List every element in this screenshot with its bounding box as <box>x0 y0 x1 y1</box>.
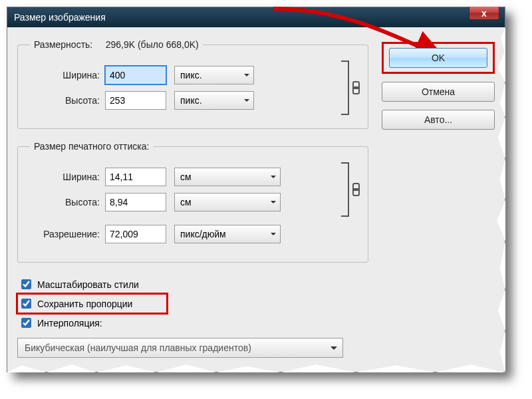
pixel-dimensions-group: Размерность: 296,9K (было 668,0K) Ширина… <box>17 39 368 129</box>
height-input[interactable] <box>105 91 166 110</box>
chevron-down-icon <box>244 74 249 79</box>
window-title: Размер изображения <box>14 12 106 23</box>
doc-width-input[interactable] <box>105 168 166 186</box>
resample-checkbox[interactable] <box>21 318 31 328</box>
ok-button-highlight: OK <box>382 42 495 74</box>
chevron-down-icon <box>331 346 337 353</box>
cancel-button[interactable]: Отмена <box>382 82 495 102</box>
scale-styles-option[interactable]: Масштабировать стили <box>17 275 368 294</box>
doc-height-label: Высота: <box>30 197 100 207</box>
resample-option[interactable]: Интерполяция: <box>17 313 368 332</box>
width-input[interactable] <box>105 66 166 84</box>
width-label: Ширина: <box>30 70 100 80</box>
height-label: Высота: <box>30 95 100 106</box>
chain-icon <box>350 82 360 94</box>
ok-button[interactable]: OK <box>389 48 487 68</box>
pixel-dimensions-legend: Размерность: 296,9K (было 668,0K) <box>30 39 203 50</box>
constrain-proportions-checkbox[interactable] <box>21 299 31 309</box>
doc-constrain-link-icon <box>338 161 356 218</box>
constrain-proportions-option[interactable]: Сохранить пропорции <box>17 294 167 313</box>
image-size-dialog: Размер изображения x Размерность: <box>7 7 505 372</box>
width-unit-select[interactable]: пикс. <box>174 66 254 84</box>
resolution-input[interactable] <box>105 225 166 243</box>
scale-styles-checkbox[interactable] <box>21 279 31 289</box>
document-size-group: Размер печатного оттиска: Ширина: см <box>17 141 368 263</box>
chevron-down-icon <box>271 233 276 238</box>
chevron-down-icon <box>271 176 276 181</box>
resolution-label: Разрешение: <box>30 229 100 239</box>
titlebar[interactable]: Размер изображения x <box>7 7 505 27</box>
height-unit-select[interactable]: пикс. <box>174 91 254 110</box>
auto-button[interactable]: Авто... <box>382 110 495 130</box>
doc-height-input[interactable] <box>105 193 166 211</box>
doc-width-unit-select[interactable]: см <box>174 168 281 186</box>
constrain-link-icon <box>338 59 356 116</box>
chevron-down-icon <box>271 201 276 206</box>
doc-width-label: Ширина: <box>30 172 100 182</box>
doc-height-unit-select[interactable]: см <box>174 193 281 211</box>
resolution-unit-select[interactable]: пикс/дюйм <box>174 225 281 243</box>
close-button[interactable]: x <box>469 7 499 20</box>
chain-icon <box>350 184 360 196</box>
document-size-legend: Размер печатного оттиска: <box>30 141 153 152</box>
resample-method-select[interactable]: Бикубическая (наилучшая для плавных град… <box>17 338 343 358</box>
chevron-down-icon <box>244 99 249 104</box>
close-icon: x <box>481 8 487 19</box>
